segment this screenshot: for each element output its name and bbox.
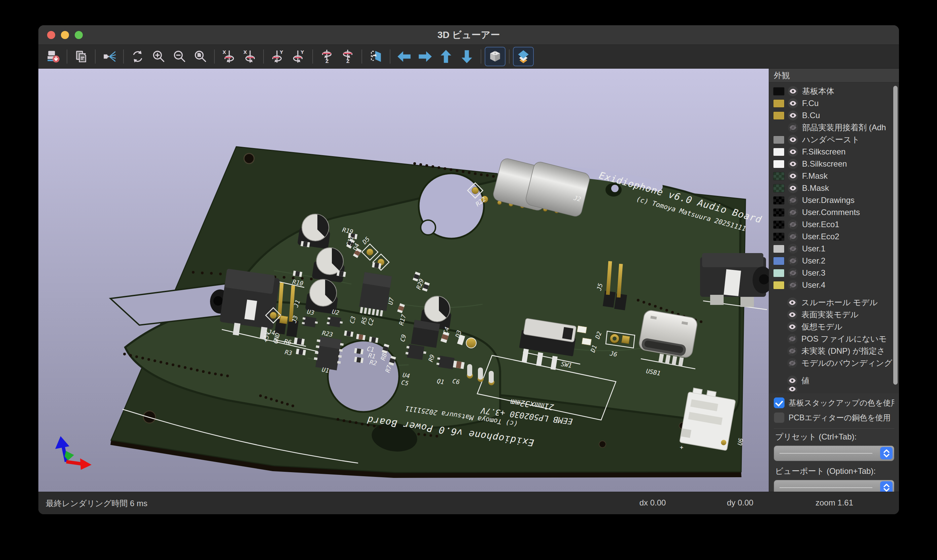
layer-row-fsilk[interactable]: F.Silkscreen: [769, 146, 899, 158]
layer-swatch[interactable]: [773, 257, 785, 265]
layer-swatch[interactable]: [773, 232, 785, 241]
rotate-z-cw-button[interactable]: Z: [338, 48, 357, 66]
layer-swatch[interactable]: [773, 220, 785, 229]
preset-dropdown[interactable]: [774, 446, 894, 461]
visibility-eye-icon[interactable]: [787, 346, 797, 356]
layer-swatch[interactable]: [773, 148, 785, 156]
model-row-not-in-pos[interactable]: POS ファイルにないモ: [769, 333, 899, 345]
visibility-eye-icon[interactable]: [788, 86, 798, 96]
svg-text:X: X: [223, 49, 226, 55]
layer-row-bmask[interactable]: B.Mask: [769, 182, 899, 194]
preset-dropdown-stepper[interactable]: [880, 447, 892, 459]
visibility-eye-icon[interactable]: [788, 219, 798, 229]
visibility-eye-icon[interactable]: [788, 147, 798, 157]
rotate-x-cw-button[interactable]: X: [240, 48, 259, 66]
visibility-eye-icon[interactable]: [788, 232, 798, 242]
visibility-eye-icon[interactable]: [788, 256, 798, 266]
layer-row-adhesive[interactable]: 部品実装用接着剤 (Adh: [769, 122, 899, 134]
zoom-in-button[interactable]: [149, 48, 168, 66]
visibility-eye-icon[interactable]: [788, 183, 798, 193]
layer-swatch[interactable]: [773, 99, 785, 108]
visibility-eye-icon[interactable]: [788, 159, 798, 169]
layer-list-scrollbar[interactable]: [893, 86, 898, 385]
pan-down-button[interactable]: [457, 48, 477, 66]
raytracing-button[interactable]: [100, 48, 119, 66]
visibility-eye-icon[interactable]: [788, 171, 798, 181]
layer-row-user3[interactable]: User.3: [769, 267, 899, 279]
layer-swatch[interactable]: [773, 196, 785, 205]
layer-row-user-eco1[interactable]: User.Eco1: [769, 218, 899, 231]
rotate-z-ccw-button[interactable]: Z: [317, 48, 337, 66]
visibility-eye-icon[interactable]: [787, 297, 797, 308]
layer-row-fcu[interactable]: F.Cu: [769, 97, 899, 109]
svg-text:U4: U4: [402, 371, 411, 379]
use-stackup-colors-checkbox[interactable]: [774, 397, 785, 408]
visibility-eye-icon[interactable]: [787, 322, 797, 332]
visibility-eye-icon[interactable]: [788, 207, 798, 217]
model-row-through-hole[interactable]: スルーホール モデル: [769, 297, 899, 309]
zoom-window-button[interactable]: [75, 31, 83, 39]
model-row-virtual[interactable]: 仮想モデル: [769, 321, 899, 333]
visibility-eye-icon[interactable]: [787, 375, 797, 386]
layer-row-user1[interactable]: User.1: [769, 243, 899, 255]
visibility-eye-icon[interactable]: [788, 268, 798, 278]
layer-row-user4[interactable]: User.4: [769, 279, 899, 291]
visibility-eye-icon[interactable]: [787, 358, 797, 368]
orthographic-projection-toggle[interactable]: [485, 48, 505, 66]
layer-row-fmask[interactable]: F.Mask: [769, 170, 899, 182]
appearance-layers-toggle[interactable]: [514, 48, 533, 66]
pan-up-button[interactable]: [436, 48, 456, 66]
layer-swatch[interactable]: [773, 269, 785, 277]
layer-row-bcu[interactable]: B.Cu: [769, 109, 899, 122]
model-row-dnp[interactable]: 未実装 (DNP) が指定さ: [769, 345, 899, 357]
zoom-out-button[interactable]: [170, 48, 189, 66]
visibility-eye-icon[interactable]: [788, 135, 798, 145]
layer-swatch[interactable]: [773, 135, 785, 144]
rotate-y-ccw-button[interactable]: Y: [268, 48, 288, 66]
layer-row-user-drawings[interactable]: User.Drawings: [769, 194, 899, 206]
layer-swatch[interactable]: [773, 245, 785, 253]
use-pcb-copper-color-checkbox[interactable]: [774, 412, 785, 423]
refresh-view-button[interactable]: [128, 48, 148, 66]
dy-status: dy 0.00: [718, 498, 762, 508]
layer-swatch[interactable]: [773, 160, 785, 168]
layer-row-user2[interactable]: User.2: [769, 255, 899, 267]
zoom-fit-button[interactable]: [191, 48, 210, 66]
layer-swatch[interactable]: [773, 172, 785, 180]
3d-viewport-canvas[interactable]: Exidiophone v6.0 Audio Board (c) Tomoya …: [38, 69, 769, 492]
minimize-button[interactable]: [61, 31, 69, 39]
visibility-eye-icon[interactable]: [788, 111, 798, 120]
visibility-eye-icon[interactable]: [787, 309, 797, 320]
pan-right-button[interactable]: [415, 48, 435, 66]
flip-board-button[interactable]: [366, 48, 386, 66]
layer-swatch[interactable]: [773, 111, 785, 120]
export-image-button[interactable]: [43, 48, 63, 66]
use-pcb-copper-color-row[interactable]: PCBエディターの銅色を使用: [774, 410, 894, 425]
svg-text:U1: U1: [322, 366, 330, 374]
layer-row-board-body[interactable]: 基板本体: [769, 85, 899, 97]
pan-left-button[interactable]: [394, 48, 414, 66]
visibility-eye-icon[interactable]: [788, 123, 798, 132]
layer-row-bsilk[interactable]: B.Silkscreen: [769, 158, 899, 170]
3d-viewport[interactable]: Exidiophone v6.0 Audio Board (c) Tomoya …: [38, 69, 769, 492]
visibility-eye-icon[interactable]: [787, 334, 797, 344]
layer-row-user-comments[interactable]: User.Comments: [769, 206, 899, 218]
use-stackup-colors-row[interactable]: 基板スタックアップの色を使用: [774, 395, 894, 410]
value-row[interactable]: 値: [769, 375, 899, 387]
rotate-y-cw-button[interactable]: Y: [289, 48, 308, 66]
close-button[interactable]: [47, 31, 55, 39]
visibility-eye-icon[interactable]: [788, 195, 798, 205]
visibility-eye-icon[interactable]: [788, 280, 798, 290]
layer-row-user-eco2[interactable]: User.Eco2: [769, 231, 899, 243]
layer-swatch[interactable]: [773, 281, 785, 289]
layer-swatch[interactable]: [773, 208, 785, 217]
layer-swatch[interactable]: [773, 184, 785, 192]
visibility-eye-icon[interactable]: [788, 244, 798, 254]
model-row-smd[interactable]: 表面実装モデル: [769, 309, 899, 321]
model-row-bounding-box[interactable]: モデルのバウンディング: [769, 357, 899, 369]
visibility-eye-icon[interactable]: [788, 98, 798, 108]
rotate-x-ccw-button[interactable]: X: [219, 48, 238, 66]
copy-image-button[interactable]: [71, 48, 91, 66]
layer-row-solderpaste[interactable]: ハンダペースト: [769, 134, 899, 146]
layer-swatch[interactable]: [773, 87, 785, 95]
